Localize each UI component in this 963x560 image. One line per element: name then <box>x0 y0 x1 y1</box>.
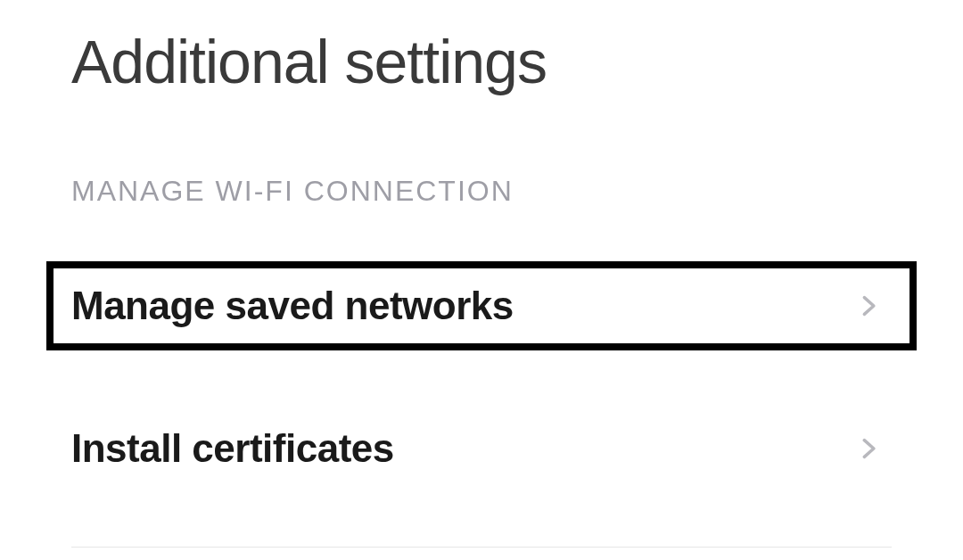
section-header-wifi: MANAGE WI-FI CONNECTION <box>0 96 963 208</box>
page-title: Additional settings <box>0 0 963 96</box>
chevron-right-icon <box>856 436 881 461</box>
install-certificates-item[interactable]: Install certificates <box>46 404 917 493</box>
manage-saved-networks-item[interactable]: Manage saved networks <box>46 261 917 350</box>
chevron-right-icon <box>856 293 881 318</box>
manage-saved-networks-label: Manage saved networks <box>71 284 514 328</box>
install-certificates-label: Install certificates <box>71 426 394 471</box>
divider <box>71 547 892 548</box>
